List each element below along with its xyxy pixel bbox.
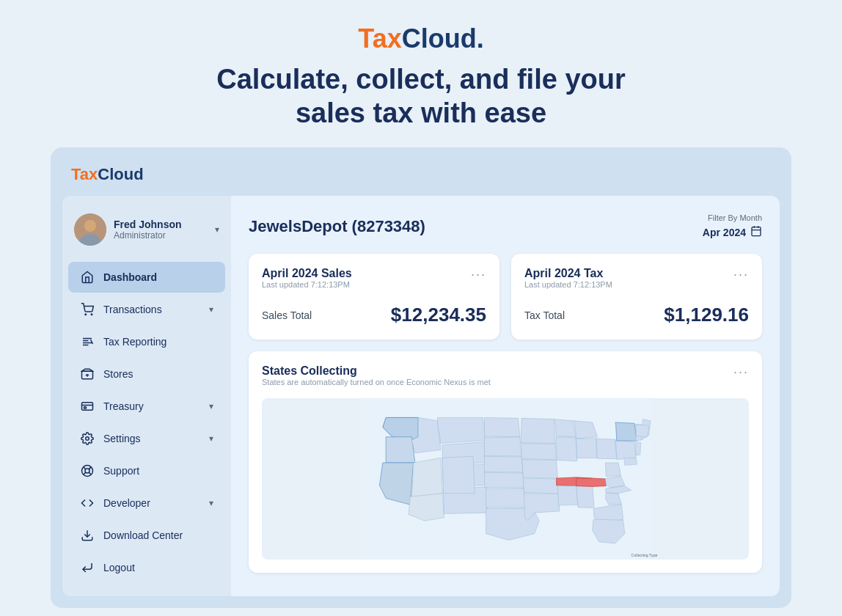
svg-line-23 <box>84 472 86 474</box>
sidebar-item-download-center[interactable]: Download Center <box>68 520 225 551</box>
hero-tagline: Calculate, collect, and file your sales … <box>164 63 678 130</box>
svg-line-19 <box>84 467 86 469</box>
user-chevron-icon: ▾ <box>215 224 219 235</box>
settings-icon <box>80 431 95 446</box>
svg-line-20 <box>89 472 91 474</box>
svg-marker-53 <box>556 437 577 461</box>
states-card-subtitle: States are automatically turned on once … <box>262 378 491 386</box>
us-map-svg: Collecting Type <box>262 398 749 560</box>
tax-metric-value: $1,129.16 <box>664 304 749 326</box>
tax-card: April 2024 Tax Last updated 7:12:13PM ··… <box>511 254 762 340</box>
sales-card-subtitle: Last updated 7:12:13PM <box>262 280 352 289</box>
sidebar-item-treasury[interactable]: Treasury ▾ <box>68 391 225 422</box>
avatar <box>74 213 106 246</box>
svg-marker-67 <box>615 440 637 459</box>
svg-marker-52 <box>554 419 576 437</box>
map-container: Collecting Type <box>262 398 749 560</box>
tax-card-menu[interactable]: ··· <box>733 267 749 282</box>
svg-marker-71 <box>635 442 640 456</box>
treasury-chevron-icon: ▾ <box>209 401 213 411</box>
svg-rect-25 <box>752 227 761 236</box>
transactions-icon <box>80 302 95 317</box>
filter-month-value: Apr 2024 <box>703 227 746 238</box>
states-card-menu[interactable]: ··· <box>733 364 749 380</box>
svg-rect-13 <box>82 403 93 411</box>
sidebar-item-label-tax-reporting: Tax Reporting <box>103 336 213 348</box>
svg-marker-58 <box>576 439 597 458</box>
sidebar-item-dashboard[interactable]: Dashboard <box>68 262 225 293</box>
logo-dot: . <box>477 23 484 54</box>
treasury-icon <box>80 399 95 414</box>
svg-marker-50 <box>523 478 558 494</box>
filter-label: Filter By Month <box>708 213 762 222</box>
support-icon <box>80 463 95 478</box>
app-logo-cloud: Cloud <box>98 165 143 183</box>
svg-marker-34 <box>411 458 442 499</box>
app-body: Fred Johnson Administrator ▾ Dashboard <box>62 196 780 596</box>
svg-marker-43 <box>484 456 523 472</box>
stores-icon <box>80 367 95 381</box>
svg-marker-59 <box>596 439 617 459</box>
sales-metric-value: $12,234.35 <box>391 304 486 326</box>
user-section[interactable]: Fred Johnson Administrator ▾ <box>62 208 231 260</box>
svg-marker-44 <box>484 472 524 488</box>
user-info: Fred Johnson Administrator <box>114 219 208 241</box>
sidebar-item-stores[interactable]: Stores <box>68 359 225 389</box>
sidebar-item-logout[interactable]: Logout <box>68 552 225 583</box>
svg-marker-36 <box>438 418 486 444</box>
logout-icon <box>80 560 95 575</box>
states-card-title: States Collecting <box>262 364 491 378</box>
svg-marker-60 <box>576 478 606 486</box>
tax-card-title: April 2024 Tax <box>524 267 612 280</box>
tax-card-body: Tax Total $1,129.16 <box>524 304 749 326</box>
main-header: JewelsDepot (8273348) Filter By Month Ap… <box>249 213 762 239</box>
hero-logo: TaxCloud. <box>0 23 842 54</box>
tax-card-header: April 2024 Tax Last updated 7:12:13PM ··… <box>524 267 749 301</box>
states-collecting-card: States Collecting States are automatical… <box>249 351 762 573</box>
svg-text:Collecting Type: Collecting Type <box>632 553 658 557</box>
sales-card-title: April 2024 Sales <box>262 267 352 280</box>
sales-card-body: Sales Total $12,234.35 <box>262 304 486 326</box>
svg-point-4 <box>91 314 92 315</box>
logo-cloud: Cloud <box>402 23 477 54</box>
sidebar-item-settings[interactable]: Settings ▾ <box>68 423 225 454</box>
cards-row: April 2024 Sales Last updated 7:12:13PM … <box>249 254 762 340</box>
home-icon <box>80 270 95 285</box>
svg-marker-49 <box>522 460 557 479</box>
sidebar-item-support[interactable]: Support <box>68 455 225 486</box>
svg-point-1 <box>84 220 96 232</box>
svg-marker-31 <box>386 437 415 463</box>
svg-marker-42 <box>484 437 521 456</box>
tax-reporting-icon <box>80 334 95 349</box>
svg-rect-15 <box>84 407 87 408</box>
store-title: JewelsDepot (8273348) <box>249 217 425 236</box>
sidebar-item-label-download-center: Download Center <box>103 529 213 541</box>
svg-line-22 <box>89 467 91 469</box>
svg-point-18 <box>85 469 89 473</box>
app-logo: TaxCloud <box>71 165 144 184</box>
download-center-icon <box>80 528 95 543</box>
main-content: JewelsDepot (8273348) Filter By Month Ap… <box>231 196 780 596</box>
svg-marker-73 <box>636 425 649 437</box>
filter-section: Filter By Month Apr 2024 <box>703 213 762 239</box>
sidebar-item-label-support: Support <box>103 465 213 477</box>
svg-marker-68 <box>615 422 637 441</box>
filter-value[interactable]: Apr 2024 <box>703 225 762 239</box>
svg-marker-41 <box>484 418 519 437</box>
states-card-header: States Collecting States are automatical… <box>262 364 749 395</box>
svg-marker-56 <box>576 486 594 508</box>
sidebar-item-label-developer: Developer <box>103 497 200 509</box>
sidebar-item-transactions[interactable]: Transactions ▾ <box>68 294 225 325</box>
user-name: Fred Johnson <box>114 219 208 230</box>
sidebar-item-label-stores: Stores <box>103 368 213 380</box>
sales-metric-label: Sales Total <box>262 309 312 321</box>
tax-card-subtitle: Last updated 7:12:13PM <box>524 280 612 289</box>
settings-chevron-icon: ▾ <box>209 433 213 444</box>
user-role: Administrator <box>114 230 208 241</box>
sidebar-item-developer[interactable]: Developer ▾ <box>68 488 225 518</box>
calendar-icon[interactable] <box>750 225 762 239</box>
developer-icon <box>80 496 95 510</box>
sales-card-menu[interactable]: ··· <box>471 267 486 282</box>
sidebar-item-tax-reporting[interactable]: Tax Reporting <box>68 326 225 357</box>
hero-section: TaxCloud. Calculate, collect, and file y… <box>0 0 842 147</box>
